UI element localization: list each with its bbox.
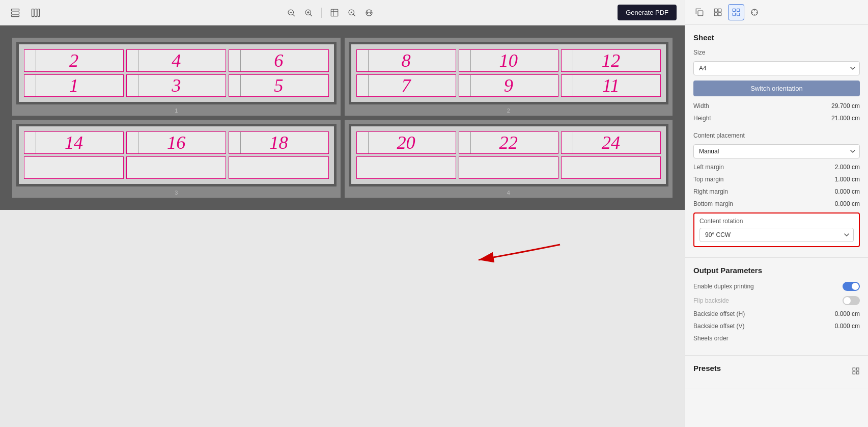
card-1: 1 — [24, 74, 124, 97]
sheet-section: Sheet Size A4 A3 Letter Switch orientati… — [685, 25, 868, 258]
presets-grid-icon-button[interactable] — [852, 367, 860, 377]
toolbar-center — [285, 6, 376, 19]
svg-line-8 — [293, 14, 295, 16]
content-rotation-section: Content rotation 90° CCW 0° 90° CW 180° — [693, 212, 860, 247]
sheet-grid-3: 14 16 18 — [19, 126, 334, 184]
backside-offset-h-label: Backside offset (H) — [693, 310, 745, 317]
toolbar: Generate PDF — [0, 0, 685, 25]
presets-section: Presets — [685, 356, 868, 388]
output-title: Output Parameters — [693, 266, 860, 275]
svg-rect-20 — [718, 9, 721, 12]
left-margin-row: Left margin 2.000 cm — [693, 164, 860, 171]
size-label: Size — [693, 49, 705, 56]
card-3: 3 — [126, 74, 226, 97]
panel-icon-grid4-button[interactable] — [710, 4, 726, 20]
bottom-margin-label: Bottom margin — [693, 200, 733, 207]
toolbar-right: Generate PDF — [618, 5, 677, 20]
card-22: 22 — [459, 131, 558, 154]
layout-cols-button[interactable] — [29, 6, 43, 20]
height-label: Height — [693, 115, 711, 122]
svg-rect-1 — [12, 12, 19, 14]
card-2: 2 — [24, 49, 124, 72]
height-row: Height 21.000 cm — [693, 115, 860, 122]
panel-icon-crosshair-button[interactable] — [746, 4, 763, 20]
card-18: 18 — [229, 131, 328, 154]
left-margin-value: 2.000 cm — [835, 164, 860, 171]
enable-duplex-label: Enable duplex printing — [693, 283, 754, 290]
size-row: Size — [693, 49, 860, 56]
sheet-grid-2: 8 10 12 7 9 11 — [351, 44, 666, 102]
flip-backside-toggle[interactable] — [843, 296, 860, 305]
panel-icon-grid-active-button[interactable] — [728, 4, 744, 20]
fit-page-button[interactable] — [328, 6, 341, 19]
backside-offset-h-value: 0.000 cm — [835, 310, 860, 317]
page-label-1: 1 — [175, 108, 178, 114]
page-label-4: 4 — [507, 190, 510, 196]
backside-offset-h-row: Backside offset (H) 0.000 cm — [693, 310, 860, 317]
page-label-3: 3 — [175, 190, 178, 196]
right-margin-value: 0.000 cm — [835, 188, 860, 195]
svg-rect-26 — [737, 13, 740, 16]
svg-rect-5 — [38, 9, 39, 16]
panel-header — [685, 0, 868, 25]
sheets-order-label: Sheets order — [693, 335, 729, 342]
content-placement-row: Content placement — [693, 132, 860, 139]
enable-duplex-toggle[interactable] — [843, 282, 860, 291]
sheet-page-2: 8 10 12 7 9 11 2 — [345, 38, 673, 116]
sheet-page-1: 2 4 6 1 3 5 1 — [12, 38, 341, 116]
card-empty-2 — [126, 156, 226, 179]
svg-rect-0 — [12, 9, 19, 11]
content-rotation-label: Content rotation — [699, 218, 854, 225]
height-value: 21.000 cm — [831, 115, 860, 122]
switch-orientation-button[interactable]: Switch orientation — [693, 81, 860, 96]
flip-backside-row: Flip backside — [693, 296, 860, 305]
card-7: 7 — [356, 74, 456, 97]
card-20: 20 — [356, 131, 456, 154]
card-8: 8 — [356, 49, 456, 72]
content-placement-select[interactable]: Manual Auto — [693, 144, 860, 158]
right-panel: Sheet Size A4 A3 Letter Switch orientati… — [685, 0, 868, 427]
zoom-out-button[interactable] — [285, 6, 298, 19]
layout-rows-button[interactable] — [8, 6, 22, 20]
card-empty-5 — [459, 156, 558, 179]
svg-rect-32 — [853, 368, 855, 370]
right-margin-label: Right margin — [693, 188, 728, 195]
sheets-order-row: Sheets order — [693, 335, 860, 342]
card-empty-1 — [24, 156, 124, 179]
svg-rect-35 — [856, 371, 859, 374]
flip-backside-label: Flip backside — [693, 297, 729, 304]
width-row: Width 29.700 cm — [693, 102, 860, 110]
top-margin-value: 1.000 cm — [835, 176, 860, 183]
svg-line-12 — [310, 14, 312, 16]
left-margin-label: Left margin — [693, 164, 724, 171]
actual-size-button[interactable] — [345, 6, 358, 19]
sheet-bg-2: 8 10 12 7 9 11 — [349, 42, 669, 104]
size-select[interactable]: A4 A3 Letter — [693, 61, 860, 75]
sheet-bg-4: 20 22 24 — [349, 124, 669, 186]
backside-offset-v-label: Backside offset (V) — [693, 323, 745, 330]
svg-line-15 — [353, 14, 355, 16]
svg-rect-25 — [733, 13, 735, 16]
output-section: Output Parameters Enable duplex printing… — [685, 258, 868, 356]
sheet-grid-4: 20 22 24 — [351, 126, 666, 184]
card-14: 14 — [24, 131, 124, 154]
svg-rect-19 — [714, 9, 717, 12]
enable-duplex-row: Enable duplex printing — [693, 282, 860, 291]
bottom-margin-value: 0.000 cm — [835, 200, 860, 207]
toolbar-left — [8, 6, 43, 20]
width-value: 29.700 cm — [831, 102, 860, 110]
content-rotation-select[interactable]: 90° CCW 0° 90° CW 180° — [699, 228, 854, 242]
svg-rect-4 — [35, 9, 37, 16]
top-margin-row: Top margin 1.000 cm — [693, 176, 860, 183]
svg-rect-34 — [853, 371, 855, 374]
sheet-grid-1: 2 4 6 1 3 5 — [19, 44, 334, 102]
fit-width-button[interactable] — [362, 6, 376, 19]
generate-pdf-button[interactable]: Generate PDF — [618, 5, 677, 20]
card-12: 12 — [561, 49, 661, 72]
panel-icon-copy-button[interactable] — [691, 4, 708, 20]
card-16: 16 — [126, 131, 226, 154]
svg-rect-24 — [737, 9, 740, 11]
zoom-in-button[interactable] — [302, 6, 315, 19]
svg-rect-18 — [698, 11, 703, 16]
svg-rect-3 — [32, 9, 34, 16]
